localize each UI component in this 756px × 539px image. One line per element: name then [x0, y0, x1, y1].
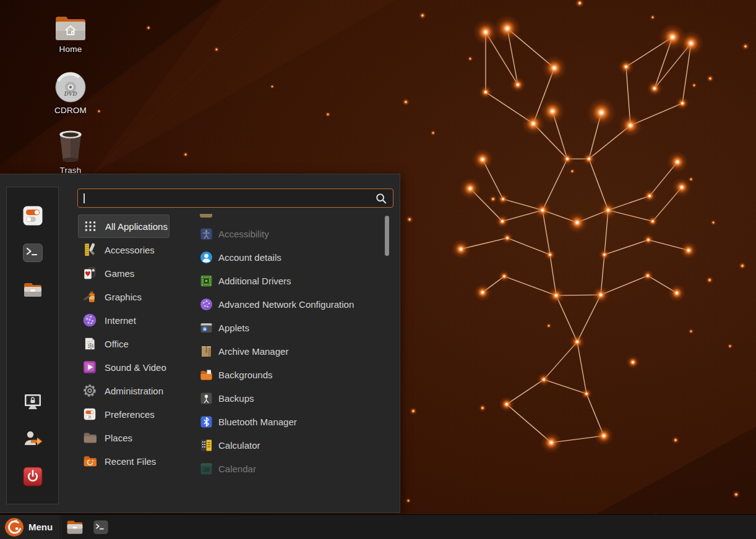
app-label: Backgrounds [218, 370, 273, 380]
app-calendar[interactable]: 28 Calendar [198, 457, 384, 480]
dvd-disc-icon: DVD [54, 71, 87, 103]
partially-scrolled-app-icon [200, 214, 212, 218]
svg-text:♥: ♥ [85, 270, 91, 278]
administration-gear-icon [82, 383, 97, 398]
sidebar-logout-button[interactable] [19, 426, 46, 453]
app-bluetooth-manager[interactable]: Bluetooth Manager [198, 410, 384, 433]
app-account-details[interactable]: Account details [198, 245, 384, 269]
app-list: Accessibility Account details [198, 222, 384, 480]
apps-scrollbar[interactable] [385, 216, 389, 256]
category-label: Places [105, 433, 132, 443]
desktop-icon-home[interactable]: Home [41, 14, 100, 54]
category-accessories[interactable]: Accessories [78, 238, 184, 261]
category-sound-video[interactable]: Sound & Video [78, 355, 184, 379]
category-places[interactable]: Places [78, 426, 184, 449]
app-label: Accessibility [218, 229, 269, 239]
category-all-applications[interactable]: All Applications [78, 214, 170, 238]
app-archive-manager[interactable]: Archive Manager [198, 339, 384, 363]
app-label: Backups [218, 393, 254, 404]
svg-text:♠: ♠ [91, 268, 95, 273]
taskbar: Menu [0, 514, 756, 539]
desktop: Home DVD CDROM Trash [0, 0, 756, 539]
category-recent-files[interactable]: Recent Files [78, 449, 184, 473]
preferences-icon [82, 407, 97, 422]
category-label: Office [105, 339, 129, 349]
calendar-icon: 28 [200, 462, 213, 475]
category-administration[interactable]: Administration [78, 379, 184, 402]
category-label: Preferences [105, 409, 155, 420]
trash-can-icon [55, 129, 86, 163]
places-folder-icon [82, 430, 97, 445]
app-advanced-network-configuration[interactable]: Advanced Network Configuration [198, 292, 384, 316]
category-label: Accessories [105, 245, 155, 255]
category-games[interactable]: ♠ ♥ Games [78, 261, 184, 285]
graphics-icon [82, 289, 97, 304]
sidebar-terminal-button[interactable] [19, 239, 46, 266]
games-icon: ♠ ♥ [82, 266, 97, 281]
app-backups[interactable]: Backups [198, 386, 384, 410]
search-input[interactable] [77, 189, 393, 208]
desktop-icon-cdrom[interactable]: DVD CDROM [41, 71, 100, 115]
home-folder-icon [53, 14, 88, 42]
office-icon [82, 336, 97, 351]
sound-video-icon [82, 360, 97, 375]
app-label: Additional Drivers [218, 276, 291, 286]
desktop-icon-label: Home [41, 45, 100, 54]
app-label: Account details [218, 252, 281, 263]
files-launcher[interactable] [61, 515, 88, 539]
bluetooth-manager-icon [200, 415, 213, 428]
applets-icon [200, 321, 213, 334]
search-icon [375, 192, 387, 205]
sidebar-files-button[interactable] [19, 276, 46, 303]
terminal-launcher[interactable] [88, 515, 113, 539]
category-office[interactable]: Office [78, 332, 184, 355]
category-preferences[interactable]: Preferences [78, 402, 184, 426]
category-label: Recent Files [105, 456, 156, 467]
recent-files-icon [82, 454, 97, 469]
logout-icon [22, 428, 44, 451]
svg-text:DVD: DVD [63, 90, 77, 97]
terminal-icon [92, 519, 110, 536]
app-accessibility[interactable]: Accessibility [198, 222, 384, 245]
app-label: Advanced Network Configuration [218, 299, 354, 310]
category-label: Games [105, 268, 134, 279]
internet-icon [82, 313, 97, 328]
app-label: Applets [218, 323, 249, 333]
app-label: Bluetooth Manager [218, 417, 297, 427]
distro-logo-icon [5, 518, 24, 537]
menu-button[interactable]: Menu [0, 515, 60, 539]
terminal-icon [22, 242, 44, 264]
app-backgrounds[interactable]: Backgrounds [198, 363, 384, 386]
advanced-network-configuration-icon [200, 298, 213, 311]
category-list: All Applications Accessories ♠ ♥ [78, 214, 184, 473]
svg-text:28: 28 [203, 467, 209, 473]
account-details-icon [200, 251, 213, 264]
sidebar-shutdown-button[interactable] [19, 463, 46, 490]
backgrounds-icon [200, 368, 213, 381]
sidebar-settings-button[interactable] [19, 202, 46, 229]
files-icon [22, 279, 44, 301]
all-applications-grid-icon [83, 219, 98, 234]
lock-screen-icon [22, 391, 44, 414]
menu-sidebar [6, 187, 59, 504]
category-internet[interactable]: Internet [78, 308, 184, 332]
backups-icon [200, 392, 213, 405]
shutdown-icon [22, 465, 44, 488]
category-graphics[interactable]: Graphics [78, 285, 184, 308]
desktop-icon-trash[interactable]: Trash [41, 129, 100, 175]
desktop-icon-label: CDROM [41, 106, 100, 115]
files-icon [65, 518, 85, 536]
app-label: Archive Manager [218, 346, 288, 357]
category-label: Sound & Video [105, 362, 166, 373]
calculator-icon [200, 439, 213, 452]
app-calculator[interactable]: Calculator [198, 433, 384, 457]
archive-manager-icon [200, 345, 213, 358]
category-label: All Applications [105, 221, 168, 232]
app-additional-drivers[interactable]: Additional Drivers [198, 269, 384, 292]
sidebar-lock-screen-button[interactable] [19, 389, 46, 416]
app-menu-popup: All Applications Accessories ♠ ♥ [0, 174, 400, 513]
accessories-icon [82, 242, 97, 257]
category-label: Graphics [105, 292, 142, 302]
app-label: Calendar [218, 464, 256, 474]
app-applets[interactable]: Applets [198, 316, 384, 339]
